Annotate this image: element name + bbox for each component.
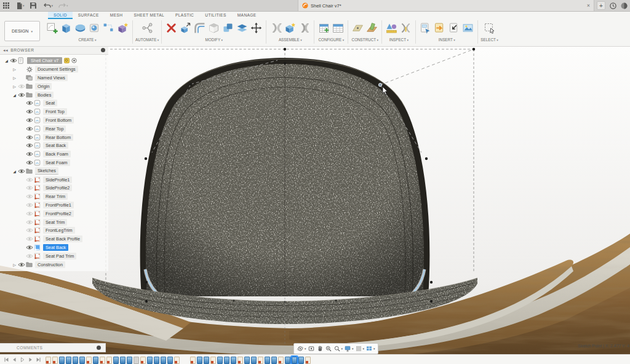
browser-item-label[interactable]: SideProfile2 (43, 184, 72, 191)
browser-item-label[interactable]: Sketches (35, 167, 58, 175)
move-icon[interactable] (249, 20, 263, 36)
browser-item-rear-trim[interactable]: Rear Trim (0, 192, 108, 201)
browser-item-shell-chair-v7[interactable]: ◢Shell Chair v7 (0, 57, 108, 65)
timeline-feature-feature[interactable] (197, 357, 202, 364)
profile-icon[interactable] (621, 2, 628, 9)
zoom-icon[interactable] (325, 345, 332, 352)
browser-item-label[interactable]: Front Top (43, 108, 67, 115)
ribbon-tab-surface[interactable]: SURFACE (73, 11, 105, 19)
timeline-feature-feature[interactable] (120, 357, 126, 364)
ribbon-tab-solid[interactable]: SOLID (48, 11, 73, 19)
ribbon-tab-sheet-metal[interactable]: SHEET METAL (128, 11, 170, 19)
orbit-icon[interactable] (297, 345, 304, 352)
assemble-menu-label[interactable]: ASSEMBLE (279, 38, 302, 42)
timeline-feature-feature[interactable] (271, 357, 277, 364)
file-menu-icon[interactable]: ▾ (17, 1, 25, 10)
browser-item-label[interactable]: Shell Chair v7 (27, 57, 62, 64)
pattern-icon[interactable] (116, 20, 130, 36)
chevron-down-icon[interactable]: ▾ (363, 347, 365, 350)
timeline-feature-selected[interactable] (292, 357, 297, 364)
expander-open-icon[interactable]: ◢ (12, 169, 17, 173)
create-menu-label[interactable]: CREATE (79, 38, 97, 42)
browser-item-label[interactable]: Seat Trim (43, 219, 67, 226)
browser-item-label[interactable]: Front Bottom (43, 117, 74, 124)
inspect-menu-label[interactable]: INSPECT (389, 38, 409, 42)
visibility-eye-off-icon[interactable] (25, 202, 33, 208)
timeline-feature-feature[interactable] (251, 357, 257, 364)
browser-item-label[interactable]: Seat Foam (43, 159, 70, 166)
new-tab-icon[interactable]: + (597, 1, 605, 10)
press-pull-icon[interactable] (178, 20, 193, 36)
modify-menu-label[interactable]: MODIFY (205, 38, 223, 42)
browser-item-label[interactable]: Rear Bottom (43, 134, 73, 141)
timeline-feature-sketch[interactable] (210, 357, 216, 364)
visibility-eye-icon[interactable] (25, 117, 33, 123)
browser-item-rear-top[interactable]: Rear Top (0, 124, 108, 133)
step-forward-icon[interactable] (27, 357, 34, 363)
configuration-icon[interactable] (317, 20, 331, 36)
offset-face-icon[interactable] (235, 20, 249, 36)
viewports-icon[interactable] (365, 345, 373, 352)
browser-item-label[interactable]: Seat Back Profile (43, 235, 82, 242)
visibility-eye-icon[interactable] (17, 168, 25, 174)
timeline-feature-feature[interactable] (167, 357, 173, 364)
script-icon[interactable] (140, 20, 154, 36)
visibility-eye-icon[interactable] (25, 126, 33, 132)
app-grid-icon[interactable] (3, 1, 9, 10)
timeline-feature-feature[interactable] (217, 357, 223, 364)
browser-item-label[interactable]: Bodies (35, 92, 54, 98)
browser-item-back-foam[interactable]: Back Foam (0, 150, 108, 159)
browser-item-label[interactable]: Origin (35, 83, 52, 90)
canvas-icon[interactable] (461, 20, 475, 36)
timeline-feature-feature[interactable] (127, 357, 132, 364)
expander-closed-icon[interactable]: ▷ (12, 84, 17, 89)
visibility-eye-off-icon[interactable] (25, 253, 33, 259)
step-back-icon[interactable] (11, 357, 18, 363)
timeline-feature-construction[interactable] (134, 357, 139, 364)
skip-to-start-icon[interactable] (3, 357, 10, 363)
timeline-feature-feature[interactable] (244, 357, 250, 364)
timeline-feature-feature[interactable] (59, 357, 65, 364)
timeline-feature-sketch[interactable] (237, 357, 243, 364)
browser-item-sideprofile1[interactable]: SideProfile1 (0, 175, 108, 184)
browser-item-construction[interactable]: ▷Construction (0, 260, 108, 269)
chevron-down-icon[interactable]: ▾ (341, 347, 343, 350)
browser-item-label[interactable]: Rear Trim (43, 193, 68, 200)
browser-item-label[interactable]: FrontProfile2 (43, 210, 74, 217)
visibility-eye-off-icon[interactable] (25, 228, 33, 233)
design-workspace-button[interactable]: DESIGN ▾ (4, 21, 40, 41)
configure-menu-label[interactable]: CONFIGURE (318, 38, 344, 42)
select-menu-label[interactable]: SELECT (480, 38, 498, 42)
timeline-feature-feature[interactable] (298, 357, 304, 364)
browser-item-label[interactable]: Seat Back (43, 142, 68, 149)
ribbon-tab-utilities[interactable]: UTILITIES (199, 11, 231, 19)
browser-item-bodies[interactable]: ◢Bodies (0, 90, 108, 99)
browser-item-label[interactable]: Document Settings (35, 66, 78, 73)
plane-at-angle-icon[interactable] (365, 20, 379, 36)
browser-item-seat-foam[interactable]: Seat Foam (0, 159, 108, 167)
config-table-icon[interactable] (331, 20, 345, 36)
timeline-feature-feature[interactable] (265, 357, 270, 364)
browser-item-label[interactable]: Rear Top (43, 125, 66, 132)
look-at-icon[interactable] (308, 345, 315, 352)
insert-menu-label[interactable]: INSERT (439, 38, 455, 42)
visibility-eye-icon[interactable] (25, 245, 33, 250)
browser-item-origin[interactable]: ▷Origin (0, 82, 108, 90)
joint-origin-icon[interactable] (297, 20, 311, 36)
extrude-icon[interactable] (59, 20, 73, 36)
fit-icon[interactable] (333, 345, 341, 352)
browser-item-label[interactable]: Seat Pad Trim (43, 253, 76, 259)
browser-item-seat-trim[interactable]: Seat Trim (0, 218, 108, 226)
visibility-eye-icon[interactable] (17, 262, 25, 267)
timeline-feature-sketch[interactable] (305, 357, 311, 364)
visibility-eye-icon[interactable] (25, 135, 33, 140)
chevron-down-icon[interactable]: ▾ (352, 347, 354, 350)
visibility-eye-icon[interactable] (9, 58, 17, 63)
visibility-eye-icon[interactable] (25, 109, 33, 114)
visibility-eye-icon[interactable] (25, 143, 33, 148)
collapse-browser-icon[interactable]: ◂◂ (3, 48, 8, 53)
close-tab-icon[interactable]: × (587, 3, 590, 9)
job-status-icon[interactable] (610, 2, 616, 9)
ribbon-tab-plastic[interactable]: PLASTIC (170, 11, 199, 19)
timeline-feature-feature[interactable] (204, 357, 209, 364)
